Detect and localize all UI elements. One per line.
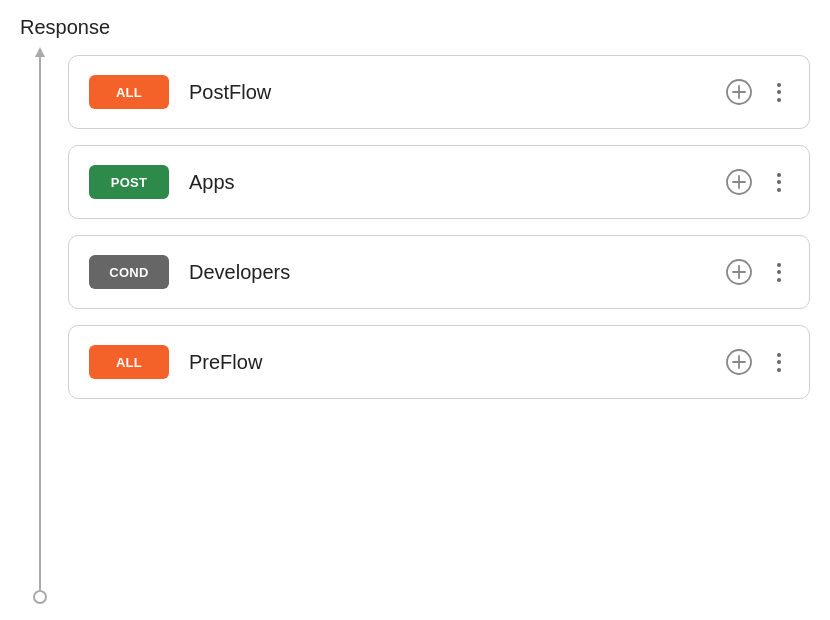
badge-preflow: ALL <box>89 345 169 379</box>
more-button-apps[interactable] <box>769 165 789 200</box>
more-icon-developers <box>773 259 785 286</box>
add-button-postflow[interactable] <box>721 74 757 110</box>
badge-apps: POST <box>89 165 169 199</box>
more-icon-postflow <box>773 79 785 106</box>
card-label-developers: Developers <box>189 261 701 284</box>
card-label-preflow: PreFlow <box>189 351 701 374</box>
more-button-developers[interactable] <box>769 255 789 290</box>
page-title: Response <box>20 16 810 39</box>
card-label-postflow: PostFlow <box>189 81 701 104</box>
more-icon-apps <box>773 169 785 196</box>
flow-card-preflow: ALLPreFlow <box>68 325 810 399</box>
flow-card-postflow: ALLPostFlow <box>68 55 810 129</box>
timeline-line <box>39 55 41 590</box>
timeline-rail <box>20 55 60 604</box>
flow-card-developers: CONDDevelopers <box>68 235 810 309</box>
more-icon-preflow <box>773 349 785 376</box>
flow-card-apps: POSTApps <box>68 145 810 219</box>
add-button-preflow[interactable] <box>721 344 757 380</box>
badge-postflow: ALL <box>89 75 169 109</box>
card-actions-preflow <box>721 344 789 380</box>
timeline-circle <box>33 590 47 604</box>
card-actions-developers <box>721 254 789 290</box>
add-button-apps[interactable] <box>721 164 757 200</box>
more-button-preflow[interactable] <box>769 345 789 380</box>
card-label-apps: Apps <box>189 171 701 194</box>
add-button-developers[interactable] <box>721 254 757 290</box>
card-actions-apps <box>721 164 789 200</box>
more-button-postflow[interactable] <box>769 75 789 110</box>
cards-column: ALLPostFlow POSTApps CONDDevelopers ALLP… <box>60 55 810 604</box>
card-actions-postflow <box>721 74 789 110</box>
badge-developers: COND <box>89 255 169 289</box>
